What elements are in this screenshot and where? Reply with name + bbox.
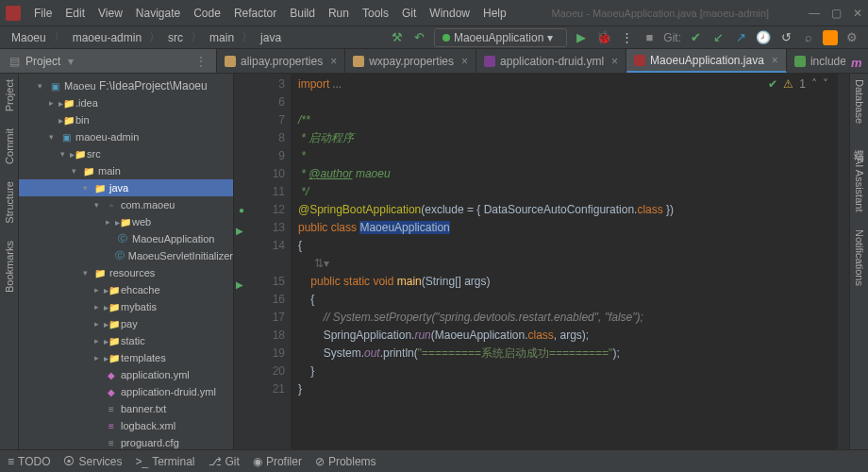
- tree-node[interactable]: ▾▸📁src: [19, 145, 233, 162]
- bottom-tab-services[interactable]: ⦿Services: [63, 455, 122, 468]
- bottom-tab-git[interactable]: ⎇Git: [209, 455, 240, 468]
- editor-tab[interactable]: application-druid.yml×: [476, 49, 626, 73]
- code-area[interactable]: import ... /** * 启动程序 * * @author maoeu …: [291, 74, 838, 449]
- menu-tools[interactable]: Tools: [357, 5, 394, 22]
- gear-icon[interactable]: ⚙: [843, 29, 860, 46]
- tree-node[interactable]: ⒸMaoeuServletInitializer: [19, 247, 233, 264]
- tool-right[interactable]: Notifications: [854, 229, 865, 286]
- crumb[interactable]: java: [257, 30, 285, 45]
- editor-tab[interactable]: alipay.properties×: [217, 49, 345, 73]
- editor[interactable]: ● 36789101112▶1314▶15161718192021 import…: [234, 74, 849, 449]
- tree-node[interactable]: ▸📁bin: [19, 111, 233, 128]
- git-commit-icon[interactable]: ↙: [709, 29, 726, 46]
- git-update-icon[interactable]: ✔: [687, 29, 704, 46]
- crumb[interactable]: maoeu-admin: [69, 30, 145, 45]
- tool-structure[interactable]: Structure: [4, 181, 15, 224]
- tree-twisty[interactable]: ▾: [79, 183, 91, 193]
- project-settings-icon[interactable]: ⋮: [195, 55, 207, 68]
- stop-icon[interactable]: ■: [641, 29, 658, 46]
- search-icon[interactable]: ⌕: [800, 29, 817, 46]
- tree-node[interactable]: ▾▣maoeu-admin: [19, 128, 233, 145]
- tool-project[interactable]: Project: [4, 79, 15, 111]
- tool-right[interactable]: AI Assistant: [854, 158, 865, 211]
- tree-twisty[interactable]: ▾: [34, 81, 45, 91]
- tool-right[interactable]: Database: [854, 79, 865, 124]
- tree-twisty[interactable]: ▾: [68, 166, 79, 176]
- tree-node[interactable]: ▾📁resources: [19, 264, 233, 281]
- menu-edit[interactable]: Edit: [59, 5, 91, 22]
- maximize-icon[interactable]: ▢: [831, 7, 842, 20]
- tree-node[interactable]: ≡proguard.cfg: [19, 434, 233, 449]
- maven-icon[interactable]: m: [851, 56, 862, 67]
- menu-refactor[interactable]: Refactor: [228, 5, 282, 22]
- tree-node[interactable]: ▾📁java: [19, 179, 233, 196]
- minimize-icon[interactable]: —: [809, 7, 820, 20]
- tree-node[interactable]: ▾▫com.maoeu: [19, 196, 233, 213]
- tree-twisty[interactable]: ▾: [45, 132, 57, 142]
- chevron-down-icon[interactable]: ▾: [68, 55, 74, 68]
- git-rollback-icon[interactable]: ↺: [777, 29, 794, 46]
- menu-navigate[interactable]: Navigate: [130, 5, 186, 22]
- editor-tab[interactable]: MaoeuApplication.java×: [626, 49, 787, 73]
- git-push-icon[interactable]: ↗: [732, 29, 749, 46]
- close-icon[interactable]: ✕: [853, 7, 862, 20]
- run-icon[interactable]: ▶: [573, 29, 590, 46]
- run-config-selector[interactable]: MaoeuApplication ▾: [434, 28, 567, 47]
- close-tab-icon[interactable]: ×: [772, 54, 778, 67]
- tree-node[interactable]: ▾▣Maoeu F:\IdeaProject\Maoeu: [19, 77, 233, 94]
- crumb[interactable]: main: [206, 30, 238, 45]
- tree-twisty[interactable]: ▸: [45, 98, 57, 108]
- close-tab-icon[interactable]: ×: [330, 55, 337, 68]
- menu-git[interactable]: Git: [396, 5, 422, 22]
- git-history-icon[interactable]: 🕗: [755, 29, 772, 46]
- tree-node[interactable]: ▸▸📁pay: [19, 315, 233, 332]
- menu-help[interactable]: Help: [477, 5, 512, 22]
- ide-settings-icon[interactable]: [823, 30, 838, 45]
- tree-node[interactable]: ▸▸📁web: [19, 213, 233, 230]
- tree-node[interactable]: ▾📁main: [19, 162, 233, 179]
- debug-icon[interactable]: 🐞: [595, 29, 612, 46]
- menu-view[interactable]: View: [92, 5, 128, 22]
- bottom-tab-todo[interactable]: ≡TODO: [8, 455, 50, 468]
- project-tool-button[interactable]: ▤ Project ▾ ⋮: [0, 49, 217, 73]
- inspection-widget[interactable]: ✔ ⚠1 ˄˅: [768, 77, 828, 91]
- bottom-tab-profiler[interactable]: ◉Profiler: [253, 455, 302, 468]
- tree-node[interactable]: ▸▸📁templates: [19, 349, 233, 366]
- editor-tab[interactable]: wxpay.properties×: [345, 49, 476, 73]
- menu-file[interactable]: File: [28, 5, 58, 22]
- tree-node[interactable]: ≡logback.xml: [19, 417, 233, 434]
- close-tab-icon[interactable]: ×: [461, 55, 468, 68]
- tree-node[interactable]: ⒸMaoeuApplication: [19, 230, 233, 247]
- crumb[interactable]: Maoeu: [8, 30, 50, 45]
- bottom-tab-problems[interactable]: ⊘Problems: [315, 455, 376, 468]
- menu-code[interactable]: Code: [188, 5, 226, 22]
- tree-twisty[interactable]: ▾: [79, 268, 91, 278]
- tree-node[interactable]: ≡banner.txt: [19, 400, 233, 417]
- tree-twisty[interactable]: ▾: [57, 149, 68, 159]
- menu-window[interactable]: Window: [424, 5, 476, 22]
- editor-tab[interactable]: include.html×: [787, 49, 845, 73]
- project-tree[interactable]: ▾▣Maoeu F:\IdeaProject\Maoeu▸▸📁.idea▸📁bi…: [19, 74, 234, 449]
- menu-build[interactable]: Build: [284, 5, 321, 22]
- tree-twisty[interactable]: ▸: [91, 302, 102, 312]
- tree-node[interactable]: ▸▸📁.idea: [19, 94, 233, 111]
- tree-twisty[interactable]: ▸: [91, 319, 102, 329]
- tree-twisty[interactable]: ▸: [91, 285, 102, 295]
- tree-twisty[interactable]: ▸: [102, 217, 113, 227]
- tool-commit[interactable]: Commit: [4, 128, 15, 164]
- tree-node[interactable]: ▸▸📁ehcache: [19, 281, 233, 298]
- tool-bookmarks[interactable]: Bookmarks: [4, 241, 15, 293]
- close-tab-icon[interactable]: ×: [611, 55, 618, 68]
- tree-twisty[interactable]: ▾: [91, 200, 102, 210]
- tree-node[interactable]: ◆application.yml: [19, 366, 233, 383]
- more-run-icon[interactable]: ⋮: [618, 29, 635, 46]
- tree-node[interactable]: ▸▸📁static: [19, 332, 233, 349]
- tree-node[interactable]: ▸▸📁mybatis: [19, 298, 233, 315]
- build-icon[interactable]: ⚒: [389, 29, 406, 46]
- minimap[interactable]: [838, 74, 849, 449]
- tree-node[interactable]: ◆application-druid.yml: [19, 383, 233, 400]
- tree-twisty[interactable]: ▸: [91, 353, 102, 362]
- crumb[interactable]: src: [164, 30, 187, 45]
- tree-twisty[interactable]: ▸: [91, 336, 102, 346]
- menu-run[interactable]: Run: [323, 5, 355, 22]
